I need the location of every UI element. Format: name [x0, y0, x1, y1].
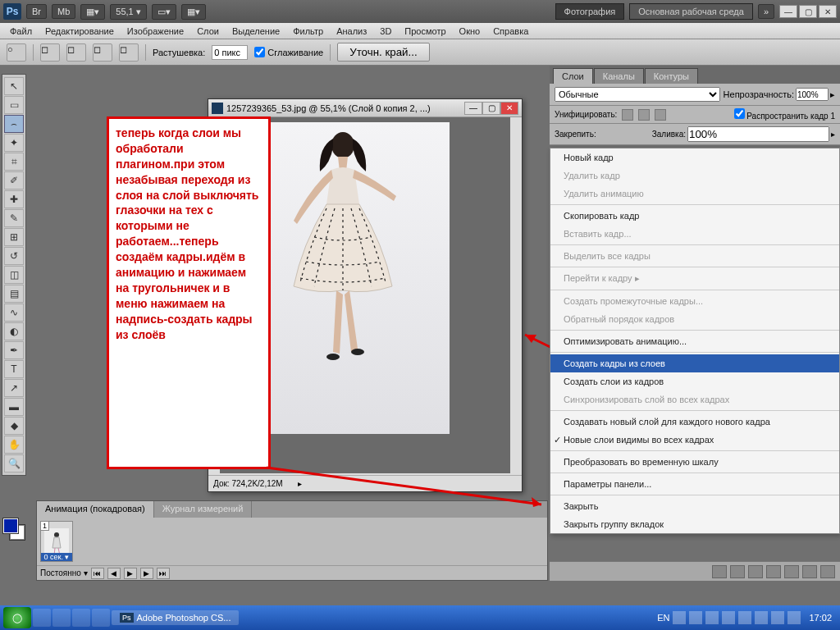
menu-item[interactable]: Закрыть: [550, 497, 839, 515]
3d-tool[interactable]: ◆: [4, 417, 24, 435]
play-button[interactable]: ▶: [124, 568, 137, 579]
refine-edge-button[interactable]: Уточн. край...: [337, 43, 429, 62]
minibridge-button[interactable]: Mb: [52, 4, 75, 19]
selection-new-icon[interactable]: ◻: [40, 43, 60, 62]
canvas[interactable]: [269, 122, 450, 434]
first-frame-button[interactable]: ⏮: [91, 568, 104, 579]
tab-paths[interactable]: Контуры: [645, 68, 698, 84]
quicklaunch-icon[interactable]: [92, 609, 110, 627]
crop-tool[interactable]: ⌗: [4, 153, 24, 171]
unify-visibility-icon[interactable]: [638, 109, 650, 121]
wand-tool[interactable]: ✦: [4, 134, 24, 152]
maximize-button[interactable]: ▢: [799, 5, 817, 18]
chevron-right-icon[interactable]: ▸: [831, 130, 835, 139]
doc-close-button[interactable]: ✕: [500, 102, 518, 115]
quicklaunch-icon[interactable]: [33, 609, 51, 627]
propagate-checkbox[interactable]: Распространить кадр 1: [734, 108, 836, 121]
selection-add-icon[interactable]: ◻: [66, 43, 86, 62]
doc-minimize-button[interactable]: —: [464, 102, 482, 115]
workspace-essentials-button[interactable]: Основная рабочая среда: [629, 3, 753, 20]
color-swatches[interactable]: [2, 517, 26, 545]
workspace-photo-button[interactable]: Фотография: [555, 3, 625, 20]
chevron-right-icon[interactable]: ▸: [830, 89, 835, 100]
doc-maximize-button[interactable]: ▢: [482, 102, 500, 115]
tray-icon[interactable]: [705, 611, 719, 624]
menu-select[interactable]: Выделение: [226, 26, 286, 36]
foreground-color[interactable]: [3, 518, 18, 533]
history-brush-tool[interactable]: ↺: [4, 247, 24, 265]
tray-icon[interactable]: [722, 611, 735, 624]
taskbar-app-button[interactable]: Ps Adobe Photoshop CS...: [112, 610, 239, 625]
tray-icon[interactable]: [755, 611, 768, 624]
menu-analysis[interactable]: Анализ: [330, 26, 373, 36]
link-layers-icon[interactable]: [712, 565, 727, 578]
pen-tool[interactable]: ✒: [4, 341, 24, 359]
tray-icon[interactable]: [689, 611, 702, 624]
loop-select[interactable]: Постоянно ▾: [40, 568, 88, 578]
brush-tool[interactable]: ✎: [4, 209, 24, 227]
tab-animation[interactable]: Анимация (покадровая): [37, 501, 154, 518]
opacity-input[interactable]: [796, 88, 829, 101]
menu-item[interactable]: Новые слои видимы во всех кадрах: [550, 431, 839, 449]
menu-item[interactable]: Создавать новый слой для каждого нового …: [550, 413, 839, 431]
workspace-more-button[interactable]: »: [758, 4, 774, 19]
layer-mask-icon[interactable]: [748, 565, 763, 578]
type-tool[interactable]: T: [4, 360, 24, 378]
view-extras-button[interactable]: ▭▾: [152, 4, 176, 20]
clock[interactable]: 17:02: [804, 613, 837, 623]
layer-style-icon[interactable]: [730, 565, 745, 578]
stamp-tool[interactable]: ⊞: [4, 228, 24, 246]
selection-subtract-icon[interactable]: ◻: [93, 43, 112, 62]
heal-tool[interactable]: ✚: [4, 190, 24, 208]
menu-3d[interactable]: 3D: [373, 26, 398, 36]
blur-tool[interactable]: ∿: [4, 304, 24, 322]
close-button[interactable]: ✕: [819, 5, 837, 18]
start-button[interactable]: ◯: [3, 607, 31, 628]
delete-layer-icon[interactable]: [820, 565, 835, 578]
antialias-checkbox[interactable]: Сглаживание: [254, 47, 323, 57]
document-titlebar[interactable]: 1257239365_53.jpg @ 55,1% (Слой 0 копия …: [208, 99, 522, 117]
tab-layers[interactable]: Слои: [553, 68, 593, 84]
dodge-tool[interactable]: ◐: [4, 322, 24, 340]
language-indicator[interactable]: EN: [657, 613, 669, 623]
tray-icon[interactable]: [771, 611, 784, 624]
new-layer-icon[interactable]: [802, 565, 817, 578]
zoom-level[interactable]: 55,1 ▾: [110, 4, 146, 20]
lasso-tool[interactable]: ⌢: [4, 115, 24, 133]
prev-frame-button[interactable]: ◀: [107, 568, 121, 579]
last-frame-button[interactable]: ⏭: [157, 568, 170, 579]
hand-tool[interactable]: ✋: [4, 436, 24, 454]
menu-item[interactable]: Скопировать кадр: [550, 207, 839, 225]
menu-item[interactable]: Параметры панели...: [550, 475, 839, 493]
layer-group-icon[interactable]: [784, 565, 799, 578]
menu-filter[interactable]: Фильтр: [286, 26, 330, 36]
gradient-tool[interactable]: ▤: [4, 285, 24, 303]
menu-item[interactable]: Создать кадры из слоев: [550, 354, 839, 372]
adjustment-layer-icon[interactable]: [766, 565, 781, 578]
quicklaunch-icon[interactable]: [52, 609, 71, 627]
menu-item[interactable]: Закрыть группу вкладок: [550, 515, 839, 533]
menu-window[interactable]: Окно: [453, 26, 487, 36]
eyedropper-tool[interactable]: ✐: [4, 171, 24, 189]
shape-tool[interactable]: ▬: [4, 398, 24, 416]
path-tool[interactable]: ↗: [4, 379, 24, 397]
menu-file[interactable]: Файл: [3, 26, 39, 36]
menu-item[interactable]: Создать слои из кадров: [550, 372, 839, 390]
fill-input[interactable]: [687, 126, 829, 142]
selection-intersect-icon[interactable]: ◻: [119, 43, 139, 62]
tray-icon[interactable]: [738, 611, 751, 624]
quicklaunch-icon[interactable]: [72, 609, 90, 627]
move-tool[interactable]: ↖: [4, 77, 24, 95]
tray-icon[interactable]: [673, 611, 686, 624]
menu-item[interactable]: Оптимизировать анимацию...: [550, 332, 839, 350]
frame-delay[interactable]: 0 сек. ▾: [41, 553, 72, 561]
tray-icon[interactable]: [788, 611, 801, 624]
next-frame-button[interactable]: ▶: [140, 568, 153, 579]
arrange-button[interactable]: ▦▾: [181, 4, 206, 20]
blend-mode-select[interactable]: Обычные: [555, 87, 720, 102]
menu-item[interactable]: Преобразовать во временную шкалу: [550, 453, 839, 471]
menu-help[interactable]: Справка: [486, 26, 535, 36]
marquee-tool[interactable]: ▭: [4, 96, 24, 114]
menu-item[interactable]: Новый кадр: [550, 148, 839, 167]
menu-layers[interactable]: Слои: [190, 26, 226, 36]
